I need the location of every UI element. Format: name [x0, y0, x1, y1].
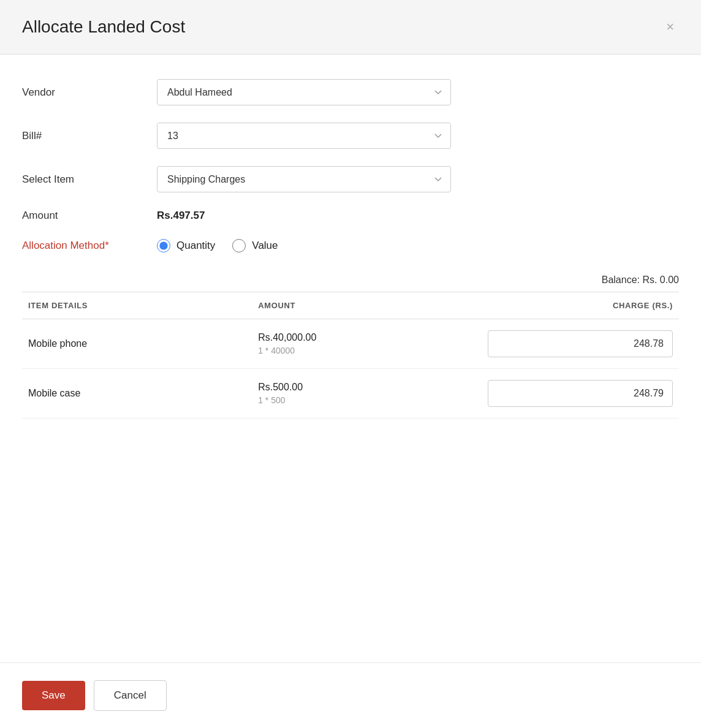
- item-name: Mobile case: [28, 388, 80, 398]
- close-button[interactable]: ×: [661, 18, 679, 36]
- modal-header: Allocate Landed Cost ×: [0, 0, 701, 55]
- value-radio[interactable]: [232, 239, 246, 252]
- charge-input[interactable]: [488, 330, 673, 357]
- charge-cell: [482, 319, 679, 369]
- vendor-row: Vendor Abdul Hameed: [22, 79, 679, 105]
- item-name-cell: Mobile phone: [22, 319, 252, 369]
- amount-label: Amount: [22, 210, 157, 222]
- amount-row: Amount Rs.497.57: [22, 210, 679, 222]
- select-item-row: Select Item Shipping Charges: [22, 166, 679, 192]
- modal-title: Allocate Landed Cost: [22, 17, 185, 37]
- modal-body: Vendor Abdul Hameed Bill# 13 Select Item…: [0, 55, 701, 662]
- allocation-method-label: Allocation Method*: [22, 240, 157, 252]
- bill-label: Bill#: [22, 130, 157, 142]
- table-body: Mobile phone Rs.40,000.00 1 * 40000 Mobi…: [22, 319, 679, 419]
- bill-control: 13: [157, 123, 451, 149]
- item-name-cell: Mobile case: [22, 369, 252, 419]
- charge-cell: [482, 369, 679, 419]
- vendor-select[interactable]: Abdul Hameed: [157, 79, 451, 105]
- amount-main: Rs.40,000.00: [258, 332, 476, 343]
- col-header-amount: AMOUNT: [252, 292, 482, 319]
- modal-container: Allocate Landed Cost × Vendor Abdul Hame…: [0, 0, 701, 728]
- select-item-control: Shipping Charges: [157, 166, 451, 192]
- col-header-item-details: ITEM DETAILS: [22, 292, 252, 319]
- charge-input[interactable]: [488, 380, 673, 407]
- select-item-label: Select Item: [22, 173, 157, 186]
- bill-row: Bill# 13: [22, 123, 679, 149]
- balance-display: Balance: Rs. 0.00: [22, 270, 679, 292]
- bill-select[interactable]: 13: [157, 123, 451, 149]
- table-row: Mobile case Rs.500.00 1 * 500: [22, 369, 679, 419]
- allocation-radio-group: Quantity Value: [157, 239, 278, 252]
- vendor-label: Vendor: [22, 86, 157, 99]
- amount-sub: 1 * 40000: [258, 346, 476, 355]
- allocation-method-row: Allocation Method* Quantity Value: [22, 239, 679, 252]
- amount-main: Rs.500.00: [258, 382, 476, 393]
- quantity-label: Quantity: [176, 240, 215, 252]
- vendor-control: Abdul Hameed: [157, 79, 451, 105]
- save-button[interactable]: Save: [22, 681, 85, 710]
- quantity-radio-option[interactable]: Quantity: [157, 239, 215, 252]
- items-table: ITEM DETAILS AMOUNT CHARGE (RS.) Mobile …: [22, 292, 679, 419]
- cancel-button[interactable]: Cancel: [94, 680, 167, 711]
- item-name: Mobile phone: [28, 338, 87, 349]
- amount-value: Rs.497.57: [157, 210, 205, 222]
- item-select[interactable]: Shipping Charges: [157, 166, 451, 192]
- amount-cell: Rs.500.00 1 * 500: [252, 369, 482, 419]
- amount-sub: 1 * 500: [258, 395, 476, 405]
- value-radio-option[interactable]: Value: [232, 239, 278, 252]
- quantity-radio[interactable]: [157, 239, 170, 252]
- table-section: Balance: Rs. 0.00 ITEM DETAILS AMOUNT CH…: [22, 270, 679, 419]
- table-row: Mobile phone Rs.40,000.00 1 * 40000: [22, 319, 679, 369]
- modal-footer: Save Cancel: [0, 662, 701, 728]
- amount-cell: Rs.40,000.00 1 * 40000: [252, 319, 482, 369]
- col-header-charge: CHARGE (RS.): [482, 292, 679, 319]
- table-header: ITEM DETAILS AMOUNT CHARGE (RS.): [22, 292, 679, 319]
- value-label: Value: [252, 240, 278, 252]
